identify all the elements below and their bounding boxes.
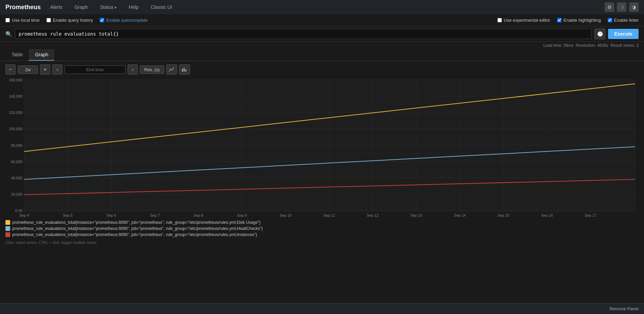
chart-area: 160,000 140,000 120,000 100,000 80,000 6… xyxy=(5,78,639,217)
right-options: Use experimental editor Enable highlight… xyxy=(497,18,639,23)
svg-text:Sep 9: Sep 9 xyxy=(237,213,247,217)
svg-text:100,000: 100,000 xyxy=(9,127,22,131)
svg-text:Sep 16: Sep 16 xyxy=(541,213,553,217)
navbar: Prometheus Alerts Graph Status Help Clas… xyxy=(0,0,644,14)
decrease-range-button[interactable]: − xyxy=(5,64,16,75)
tab-table[interactable]: Table xyxy=(5,49,29,61)
tabs: Table Graph xyxy=(0,49,644,61)
graph-controls: − 2w + ‹ › Res. (s) xyxy=(0,61,644,78)
resolution: Resolution: 4836s xyxy=(576,43,608,48)
svg-text:Sep 4: Sep 4 xyxy=(19,213,29,217)
legend-color-2 xyxy=(5,226,10,231)
svg-text:Sep 8: Sep 8 xyxy=(193,213,203,217)
brand: Prometheus xyxy=(5,4,41,11)
contrast-icon[interactable]: ◑ xyxy=(629,2,639,12)
nav-graph[interactable]: Graph xyxy=(72,3,91,11)
execute-button[interactable]: Execute xyxy=(608,29,639,39)
legend-label-3: prometheus_rule_evaluations_total{instan… xyxy=(12,232,257,237)
svg-text:Sep 17: Sep 17 xyxy=(585,213,596,217)
use-experimental-editor-label[interactable]: Use experimental editor xyxy=(497,18,550,23)
nav-alerts[interactable]: Alerts xyxy=(48,3,65,11)
svg-text:Sep 13: Sep 13 xyxy=(410,213,422,217)
use-experimental-editor-checkbox[interactable] xyxy=(497,18,502,22)
svg-rect-1 xyxy=(184,68,185,72)
enable-query-history-label[interactable]: Enable query history xyxy=(46,18,93,23)
legend-color-1 xyxy=(5,220,10,225)
svg-text:60,000: 60,000 xyxy=(11,160,22,164)
legend-item-1[interactable]: prometheus_rule_evaluations_total{instan… xyxy=(5,220,639,225)
prev-time-button[interactable]: ‹ xyxy=(52,64,62,75)
legend-hint: Click: select series. CTRL + click: togg… xyxy=(0,240,644,247)
next-time-button[interactable]: › xyxy=(128,64,138,75)
legend-label-2: prometheus_rule_evaluations_total{instan… xyxy=(12,226,263,231)
enable-query-history-checkbox[interactable] xyxy=(46,18,51,22)
svg-text:Sep 11: Sep 11 xyxy=(323,213,335,217)
result-series: Result series: 3 xyxy=(610,43,639,48)
nav-status[interactable]: Status xyxy=(97,3,119,11)
enable-autocomplete-label[interactable]: Enable autocomplete xyxy=(100,18,148,23)
resolution-button[interactable]: Res. (s) xyxy=(140,65,164,74)
legend-color-3 xyxy=(5,232,10,237)
enable-autocomplete-checkbox[interactable] xyxy=(100,18,104,22)
svg-text:Sep 15: Sep 15 xyxy=(497,213,509,217)
svg-text:Sep 12: Sep 12 xyxy=(367,213,379,217)
bar-chart-button[interactable] xyxy=(179,64,190,75)
svg-text:140,000: 140,000 xyxy=(9,94,22,98)
tab-graph[interactable]: Graph xyxy=(29,49,54,61)
use-local-time-checkbox[interactable] xyxy=(5,18,10,22)
svg-text:120,000: 120,000 xyxy=(9,111,22,115)
load-time: Load time: 58ms xyxy=(543,43,573,48)
legend-label-1: prometheus_rule_evaluations_total{instan… xyxy=(12,220,261,225)
legend-item-3[interactable]: prometheus_rule_evaluations_total{instan… xyxy=(5,232,639,237)
time-picker-button[interactable]: 🕐 xyxy=(594,28,605,39)
svg-text:0.00: 0.00 xyxy=(15,209,22,213)
svg-rect-0 xyxy=(182,69,183,72)
svg-text:20,000: 20,000 xyxy=(11,192,22,196)
line-chart-button[interactable] xyxy=(166,64,177,75)
enable-highlighting-checkbox[interactable] xyxy=(557,18,562,22)
search-bar: 🔍 🕐 Execute xyxy=(0,26,644,42)
use-local-time-label[interactable]: Use local time xyxy=(5,18,40,23)
svg-text:80,000: 80,000 xyxy=(11,143,22,148)
enable-linter-checkbox[interactable] xyxy=(608,18,612,22)
nav-help[interactable]: Help xyxy=(126,3,141,11)
status-bar: Load time: 58ms Resolution: 4836s Result… xyxy=(0,42,644,49)
nav-icons: ⚙ ☽ ◑ xyxy=(605,2,639,12)
svg-text:Sep 7: Sep 7 xyxy=(150,213,160,217)
end-time-input[interactable] xyxy=(64,65,126,74)
moon-icon[interactable]: ☽ xyxy=(617,2,626,12)
time-range-display: 2w xyxy=(18,65,38,74)
gear-icon[interactable]: ⚙ xyxy=(605,2,614,12)
legend: prometheus_rule_evaluations_total{instan… xyxy=(0,217,644,240)
svg-text:160,000: 160,000 xyxy=(9,78,22,82)
svg-text:40,000: 40,000 xyxy=(11,176,22,180)
svg-rect-2 xyxy=(185,70,186,72)
svg-text:Sep 6: Sep 6 xyxy=(107,213,116,217)
search-icon: 🔍 xyxy=(5,31,12,37)
query-input[interactable] xyxy=(15,29,592,39)
options-bar: Use local time Enable query history Enab… xyxy=(0,14,644,26)
enable-highlighting-label[interactable]: Enable highlighting xyxy=(557,18,601,23)
enable-linter-label[interactable]: Enable linter xyxy=(608,18,639,23)
legend-item-2[interactable]: prometheus_rule_evaluations_total{instan… xyxy=(5,226,639,231)
chart-svg: 160,000 140,000 120,000 100,000 80,000 6… xyxy=(5,78,639,217)
increase-range-button[interactable]: + xyxy=(40,64,50,75)
nav-classic-ui[interactable]: Classic UI xyxy=(148,3,175,11)
svg-text:Sep 5: Sep 5 xyxy=(63,213,73,217)
svg-text:Sep 14: Sep 14 xyxy=(454,213,466,217)
svg-text:Sep 10: Sep 10 xyxy=(280,213,291,217)
